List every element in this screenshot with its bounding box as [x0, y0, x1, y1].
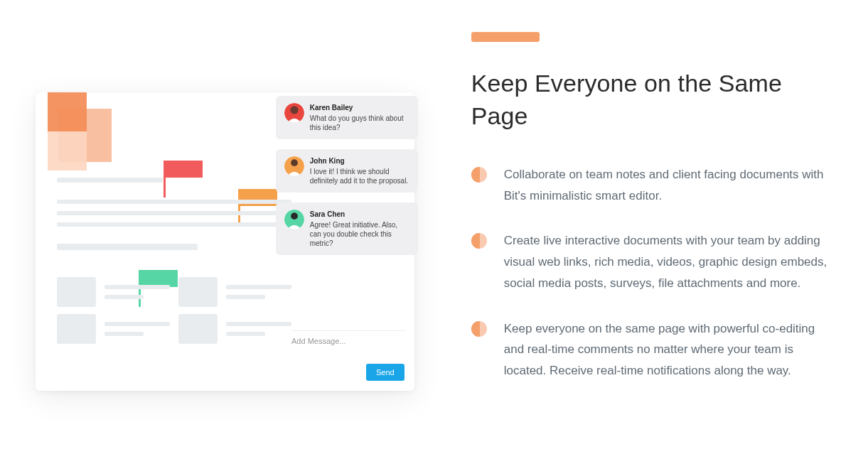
bullet-text: Create live interactive documents with y… [504, 230, 832, 293]
send-button[interactable]: Send [366, 364, 404, 381]
comment-item: Karen Bailey What do you guys think abou… [276, 96, 418, 139]
bullet-dot-icon [471, 167, 487, 183]
feature-copy: Keep Everyone on the Same Page Collabora… [471, 28, 832, 382]
comment-author: John King [310, 156, 409, 166]
avatar [284, 210, 304, 229]
decor-square [48, 131, 87, 171]
feature-bullet: Create live interactive documents with y… [471, 230, 832, 293]
comment-flag-icon [164, 161, 203, 178]
decor-square [48, 92, 87, 131]
svg-point-5 [291, 212, 298, 220]
svg-point-1 [290, 106, 298, 114]
add-message-placeholder: Add Message... [291, 337, 345, 345]
comment-author: Sara Chen [310, 210, 409, 219]
add-message-input[interactable]: Add Message... [291, 330, 406, 345]
comment-text: I love it! I think we should definitely … [310, 167, 409, 185]
feature-bullet: Collaborate on team notes and client fac… [471, 164, 832, 207]
document-placeholder [57, 178, 291, 257]
comment-text: What do you guys think about this idea? [310, 114, 409, 132]
comment-text: Agree! Great initiative. Also, can you d… [310, 220, 409, 248]
comment-item: John King I love it! I think we should d… [276, 149, 418, 193]
collaboration-preview-card: Karen Bailey What do you guys think abou… [36, 92, 414, 391]
avatar [284, 103, 304, 123]
bullet-dot-icon [471, 233, 487, 249]
document-blocks [57, 277, 291, 344]
bullet-text: Keep everyone on the same page with powe… [504, 318, 832, 382]
avatar [284, 156, 304, 176]
bullet-dot-icon [471, 321, 487, 337]
comments-panel: Karen Bailey What do you guys think abou… [276, 96, 418, 255]
bullet-text: Collaborate on team notes and client fac… [504, 164, 832, 207]
accent-bar [471, 32, 540, 42]
svg-point-3 [291, 159, 298, 166]
section-heading: Keep Everyone on the Same Page [471, 67, 832, 133]
comment-item: Sara Chen Agree! Great initiative. Also,… [276, 202, 418, 255]
comment-author: Karen Bailey [310, 103, 409, 112]
feature-bullet: Keep everyone on the same page with powe… [471, 318, 832, 382]
